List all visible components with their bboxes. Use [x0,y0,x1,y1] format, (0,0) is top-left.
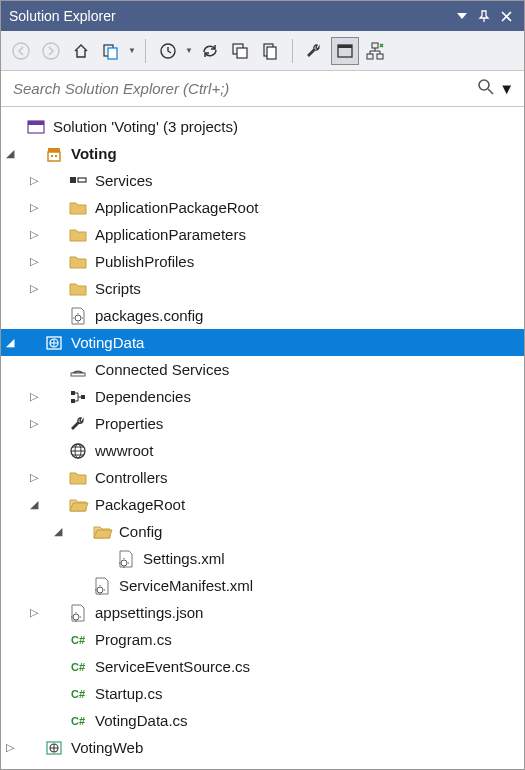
title-bar: Solution Explorer [1,1,524,31]
home-button[interactable] [67,37,95,65]
web-project-icon [43,333,65,353]
expander-closed[interactable]: ▷ [25,228,43,241]
expander-closed[interactable]: ▷ [25,174,43,187]
expander-closed[interactable]: ▷ [25,282,43,295]
arrow-right-icon [42,42,60,60]
chevron-down-icon[interactable]: ▼ [127,46,137,55]
expander-closed[interactable]: ▷ [25,471,43,484]
tree-label: Connected Services [93,361,229,378]
clock-icon [159,42,177,60]
tree-label: wwwroot [93,442,153,459]
folder-icon [67,468,89,488]
preview-icon [336,42,354,60]
svg-point-2 [43,43,59,59]
tree-item-program-cs[interactable]: ▷ C# Program.cs [1,626,524,653]
tree-item-scripts[interactable]: ▷ Scripts [1,275,524,302]
tree-item-controllers[interactable]: ▷ Controllers [1,464,524,491]
config-file-icon [67,306,89,326]
back-button[interactable] [7,37,35,65]
sync-button[interactable] [196,37,224,65]
folder-icon [67,198,89,218]
show-all-files-button[interactable] [256,37,284,65]
tree-item-startup-cs[interactable]: ▷ C# Startup.cs [1,680,524,707]
chevron-down-icon[interactable]: ▼ [499,80,514,97]
expander-open[interactable]: ◢ [25,498,43,511]
expander-open[interactable]: ◢ [1,336,19,349]
expander-closed[interactable]: ▷ [25,417,43,430]
tree-label: Services [93,172,153,189]
tree-item-services[interactable]: ▷ Services [1,167,524,194]
tree-label: VotingData [69,334,144,351]
tree-item-service-event-source-cs[interactable]: ▷ C# ServiceEventSource.cs [1,653,524,680]
toolbar-separator [292,39,293,63]
view-class-diagram-button[interactable] [361,37,389,65]
pin-button[interactable] [474,6,494,26]
diagram-icon [366,42,384,60]
tree-label: Voting [69,145,117,162]
json-file-icon [67,603,89,623]
expander-closed[interactable]: ▷ [25,255,43,268]
tree-item-votingweb[interactable]: ▷ VotingWeb [1,734,524,761]
tree-item-appsettings[interactable]: ▷ appsettings.json [1,599,524,626]
close-icon [501,11,512,22]
tree-item-connected-services[interactable]: ▷ Connected Services [1,356,524,383]
web-project-icon [43,738,65,758]
expander-closed[interactable]: ▷ [25,390,43,403]
csharp-file-icon: C# [67,711,89,731]
solution-filter-button[interactable] [97,37,125,65]
preview-button[interactable] [331,37,359,65]
svg-rect-14 [377,54,383,59]
svg-point-1 [13,43,29,59]
tree-item-app-package-root[interactable]: ▷ ApplicationPackageRoot [1,194,524,221]
tree-item-votingdata[interactable]: ◢ VotingData [1,329,524,356]
expander-closed[interactable]: ▷ [25,606,43,619]
tree-label: ServiceEventSource.cs [93,658,250,675]
chevron-down-icon [457,13,467,19]
chevron-down-icon[interactable]: ▼ [184,46,194,55]
tree-item-solution[interactable]: Solution 'Voting' (3 projects) [1,113,524,140]
properties-button[interactable] [301,37,329,65]
svg-rect-12 [372,43,378,48]
expander-open[interactable]: ◢ [49,525,67,538]
search-input[interactable] [11,79,477,98]
tree-item-dependencies[interactable]: ▷ Dependencies [1,383,524,410]
window-menu-button[interactable] [452,6,472,26]
tree-label: PackageRoot [93,496,185,513]
tree-item-app-parameters[interactable]: ▷ ApplicationParameters [1,221,524,248]
pending-changes-button[interactable] [154,37,182,65]
tree-item-service-manifest[interactable]: ▷ ServiceManifest.xml [1,572,524,599]
svg-rect-30 [81,395,85,399]
tree-item-voting[interactable]: ◢ Voting [1,140,524,167]
tree-label: VotingData.cs [93,712,188,729]
tree-item-settings-xml[interactable]: ▷ Settings.xml [1,545,524,572]
expander-closed[interactable]: ▷ [25,201,43,214]
svg-rect-23 [78,178,86,182]
pin-icon [478,10,490,22]
tree-label: PublishProfiles [93,253,194,270]
tree-item-publish-profiles[interactable]: ▷ PublishProfiles [1,248,524,275]
svg-point-15 [479,80,489,90]
tree-label: ServiceManifest.xml [117,577,253,594]
svg-rect-11 [338,45,352,48]
close-button[interactable] [496,6,516,26]
tree-label: Scripts [93,280,141,297]
search-icon[interactable] [477,78,495,99]
svg-rect-29 [71,399,75,403]
connected-services-icon [67,360,89,380]
collapse-all-button[interactable] [226,37,254,65]
svg-rect-22 [70,177,76,183]
tree-item-properties[interactable]: ▷ Properties [1,410,524,437]
sync-icon [201,42,219,60]
expander-closed[interactable]: ▷ [1,741,19,754]
tree-label: Config [117,523,162,540]
tree-item-wwwroot[interactable]: ▷ wwwroot [1,437,524,464]
forward-button[interactable] [37,37,65,65]
tree-item-packages-config[interactable]: ▷ packages.config [1,302,524,329]
tree-item-package-root[interactable]: ◢ PackageRoot [1,491,524,518]
tree-item-config[interactable]: ◢ Config [1,518,524,545]
csharp-file-icon: C# [67,684,89,704]
toolbar: ▼ ▼ [1,31,524,71]
tree-label: Program.cs [93,631,172,648]
expander-open[interactable]: ◢ [1,147,19,160]
tree-item-votingdata-cs[interactable]: ▷ C# VotingData.cs [1,707,524,734]
